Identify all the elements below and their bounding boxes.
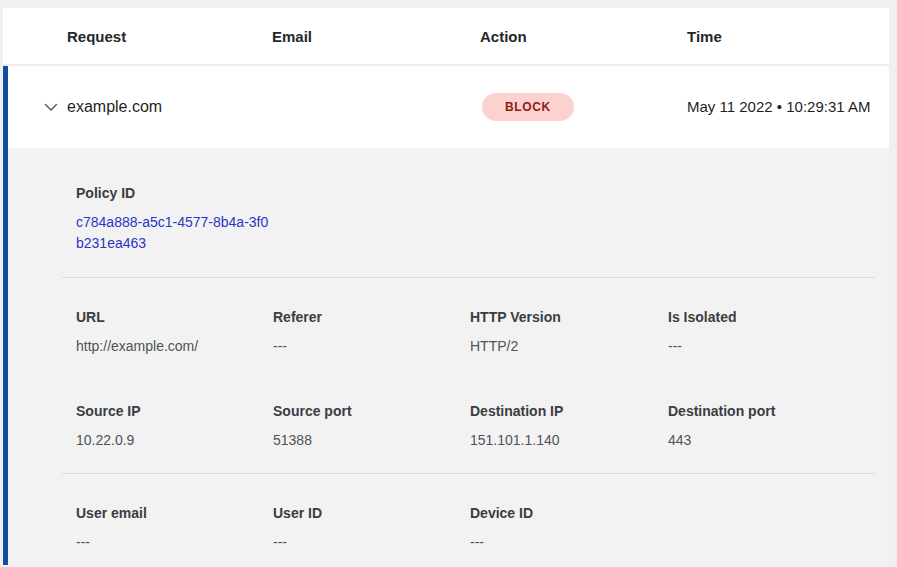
field-label: User email bbox=[76, 504, 259, 523]
field-value: http://example.com/ bbox=[76, 337, 259, 356]
field-url: URL http://example.com/ bbox=[76, 308, 273, 356]
field-value: --- bbox=[273, 533, 456, 552]
column-header-email: Email bbox=[272, 28, 480, 45]
field-value: 51388 bbox=[273, 431, 456, 450]
table-header: Request Email Action Time bbox=[3, 8, 889, 66]
field-label: Source port bbox=[273, 402, 456, 421]
action-cell: BLOCK bbox=[480, 93, 687, 121]
column-header-time: Time bbox=[687, 28, 889, 45]
details-panel: Policy ID c784a888-a5c1-4577-8b4a-3f0b23… bbox=[3, 148, 889, 565]
field-value: --- bbox=[668, 337, 855, 356]
field-value: --- bbox=[273, 337, 456, 356]
field-value: HTTP/2 bbox=[470, 337, 654, 356]
user-details-section: User email --- User ID --- Device ID --- bbox=[8, 474, 889, 552]
fields-row-user: User email --- User ID --- Device ID --- bbox=[76, 474, 869, 552]
field-is-isolated: Is Isolated --- bbox=[668, 308, 869, 356]
field-user-id: User ID --- bbox=[273, 504, 470, 552]
field-http-version: HTTP Version HTTP/2 bbox=[470, 308, 668, 356]
field-device-id: Device ID --- bbox=[470, 504, 668, 552]
field-empty bbox=[668, 504, 869, 552]
policy-id-link[interactable]: c784a888-a5c1-4577-8b4a-3f0b231ea463 bbox=[76, 212, 276, 254]
field-destination-ip: Destination IP 151.101.1.140 bbox=[470, 402, 668, 450]
status-badge-block: BLOCK bbox=[482, 93, 574, 121]
chevron-down-icon bbox=[43, 99, 59, 115]
field-label: Destination IP bbox=[470, 402, 654, 421]
field-value: 443 bbox=[668, 431, 855, 450]
column-header-action: Action bbox=[480, 28, 687, 45]
field-label: Device ID bbox=[470, 504, 654, 523]
fields-row-network: Source IP 10.22.0.9 Source port 51388 De… bbox=[76, 356, 869, 450]
field-value: --- bbox=[76, 533, 259, 552]
field-destination-port: Destination port 443 bbox=[668, 402, 869, 450]
fields-row-http: URL http://example.com/ Referer --- HTTP… bbox=[76, 278, 869, 356]
field-value: --- bbox=[470, 533, 654, 552]
time-cell: May 11 2022 • 10:29:31 AM bbox=[687, 95, 889, 119]
row-gutter bbox=[8, 94, 67, 120]
column-header-request: Request bbox=[67, 28, 272, 45]
collapse-row-button[interactable] bbox=[38, 94, 64, 120]
field-user-email: User email --- bbox=[76, 504, 273, 552]
field-label: HTTP Version bbox=[470, 308, 654, 327]
request-domain: example.com bbox=[67, 98, 272, 116]
policy-section: Policy ID c784a888-a5c1-4577-8b4a-3f0b23… bbox=[8, 148, 889, 254]
policy-id-label: Policy ID bbox=[76, 184, 869, 203]
field-referer: Referer --- bbox=[273, 308, 470, 356]
field-label: Source IP bbox=[76, 402, 259, 421]
field-value: 10.22.0.9 bbox=[76, 431, 259, 450]
log-table-card: Request Email Action Time example.com BL… bbox=[3, 8, 889, 567]
field-label: Referer bbox=[273, 308, 456, 327]
request-details-section: URL http://example.com/ Referer --- HTTP… bbox=[8, 278, 889, 450]
field-source-ip: Source IP 10.22.0.9 bbox=[76, 402, 273, 450]
field-source-port: Source port 51388 bbox=[273, 402, 470, 450]
field-label: Is Isolated bbox=[668, 308, 855, 327]
field-label: User ID bbox=[273, 504, 456, 523]
field-label: URL bbox=[76, 308, 259, 327]
field-value: 151.101.1.140 bbox=[470, 431, 654, 450]
table-row[interactable]: example.com BLOCK May 11 2022 • 10:29:31… bbox=[3, 66, 889, 148]
field-label: Destination port bbox=[668, 402, 855, 421]
